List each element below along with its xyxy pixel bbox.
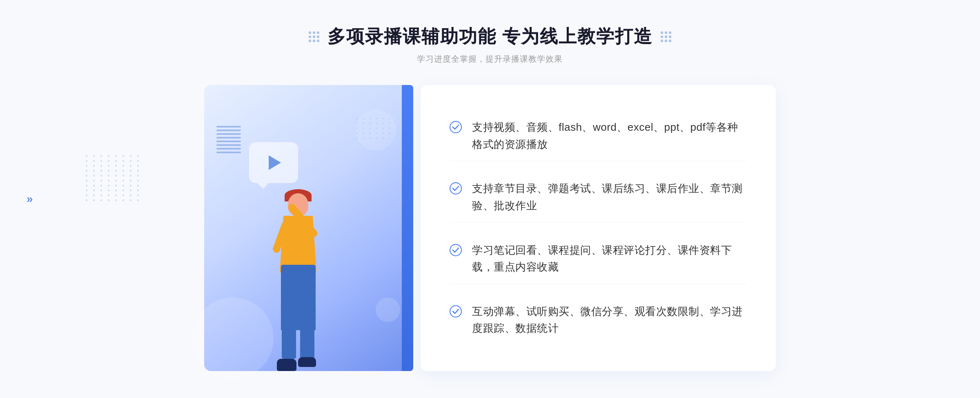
feature-text-3: 学习笔记回看、课程提问、课程评论打分、课件资料下载，重点内容收藏 [472,242,747,276]
check-circle-icon-2 [449,182,462,195]
feature-item-2: 支持章节目录、弹题考试、课后练习、课后作业、章节测验、批改作业 [449,172,747,223]
feature-item-3: 学习笔记回看、课程提问、课程评论打分、课件资料下载，重点内容收藏 [449,234,747,284]
grid-decorator-left [309,31,319,42]
sub-title: 学习进度全掌握，提升录播课教学效果 [309,54,671,65]
double-arrow-left: » [27,193,33,205]
chevron-icon: » [27,193,33,205]
person-shoe-right [298,357,316,367]
check-circle-icon-3 [449,244,462,257]
check-circle-icon-4 [449,305,462,318]
circle-small [376,297,400,322]
svg-point-0 [450,121,461,133]
svg-point-2 [450,244,461,256]
svg-point-3 [450,306,461,317]
check-circle-icon-1 [449,121,462,134]
person-leg-right [300,322,314,359]
dot-pattern-left [86,155,141,201]
main-title: 多项录播课辅助功能 专为线上教学打造 [327,25,653,49]
grid-decorator-right [661,31,671,42]
person-pants [281,265,316,330]
dots-scatter [356,118,392,139]
feature-text-1: 支持视频、音频、flash、word、excel、ppt、pdf等各种格式的资源… [472,119,747,153]
feature-item-1: 支持视频、音频、flash、word、excel、ppt、pdf等各种格式的资源… [449,111,747,161]
feature-item-4: 互动弹幕、试听购买、微信分享、观看次数限制、学习进度跟踪、数据统计 [449,295,747,345]
header-decorators: 多项录播课辅助功能 专为线上教学打造 [309,25,671,49]
header-section: 多项录播课辅助功能 专为线上教学打造 学习进度全掌握，提升录播课教学效果 [309,25,671,65]
person-shoe-left [277,359,296,371]
feature-text-4: 互动弹幕、试听购买、微信分享、观看次数限制、学习进度跟踪、数据统计 [472,303,747,337]
stripe-rect [216,126,241,159]
features-panel: 支持视频、音频、flash、word、excel、ppt、pdf等各种格式的资源… [421,85,776,371]
feature-text-2: 支持章节目录、弹题考试、课后练习、课后作业、章节测验、批改作业 [472,180,747,214]
person-leg-left [282,322,296,359]
page-wrapper: » 多项录播课辅助功能 专为线上教学打造 学习进度全掌握，提升录播课教学效果 [0,0,980,398]
figure-container [249,159,363,371]
blue-stripe [402,85,413,371]
svg-point-1 [450,183,461,194]
illustration-card [204,85,408,371]
content-area: 支持视频、音频、flash、word、excel、ppt、pdf等各种格式的资源… [204,85,776,371]
